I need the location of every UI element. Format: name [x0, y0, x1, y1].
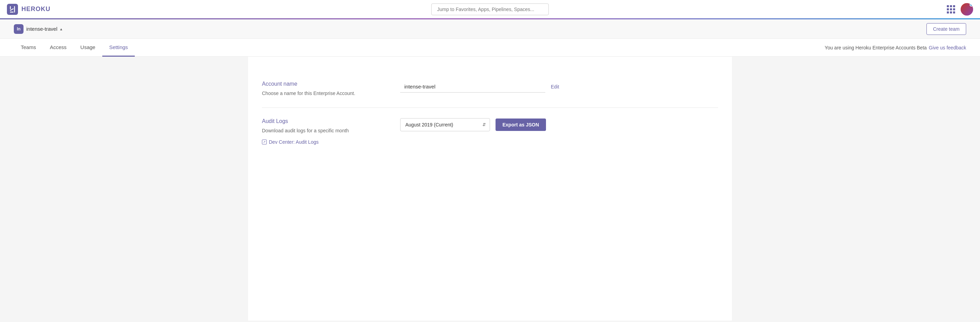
navbar-right: [947, 3, 973, 16]
notification-badge: [970, 3, 973, 6]
dev-center-link-label: Dev Center: Audit Logs: [269, 139, 318, 145]
tab-usage[interactable]: Usage: [73, 39, 102, 57]
account-name-section-title: Account name: [262, 81, 379, 87]
heroku-icon: [7, 4, 18, 15]
tab-access[interactable]: Access: [43, 39, 73, 57]
month-select-wrapper: August 2019 (Current) July 2019 June 201…: [400, 118, 490, 131]
account-selector[interactable]: In intense-travel ▴: [14, 24, 62, 34]
dev-center-link[interactable]: ↗ Dev Center: Audit Logs: [262, 139, 379, 145]
beta-notice-text: You are using Heroku Enterprise Accounts…: [825, 45, 927, 51]
account-name-input[interactable]: [400, 81, 545, 93]
subheader: In intense-travel ▴ Create team: [0, 19, 980, 39]
account-avatar-initials: In: [14, 24, 24, 34]
external-link-icon: ↗: [262, 140, 267, 144]
account-name-section-body: Edit: [379, 81, 718, 97]
section-label-account-name: Account name Choose a name for this Ente…: [262, 81, 379, 97]
beta-notice: You are using Heroku Enterprise Accounts…: [825, 45, 966, 51]
account-name-section: Account name Choose a name for this Ente…: [262, 70, 718, 108]
export-json-button[interactable]: Export as JSON: [496, 119, 546, 131]
edit-account-name-link[interactable]: Edit: [551, 84, 559, 89]
account-name-field-row: Edit: [400, 81, 718, 93]
tabs-nav: Teams Access Usage Settings: [14, 39, 135, 56]
apps-grid-icon[interactable]: [947, 5, 955, 13]
account-name-section-desc: Choose a name for this Enterprise Accoun…: [262, 90, 379, 97]
chevron-down-icon: ▴: [60, 27, 62, 32]
search-container: [431, 3, 549, 15]
account-name-label: intense-travel: [26, 26, 57, 32]
section-label-audit-logs: Audit Logs Download audit logs for a spe…: [262, 118, 379, 145]
audit-logs-section: Audit Logs Download audit logs for a spe…: [262, 108, 718, 155]
audit-logs-section-title: Audit Logs: [262, 118, 379, 124]
search-input[interactable]: [431, 3, 549, 15]
brand-name: HEROKU: [21, 6, 51, 13]
audit-logs-section-desc: Download audit logs for a specific month: [262, 127, 379, 135]
create-team-button[interactable]: Create team: [926, 23, 966, 35]
main-content: Account name Choose a name for this Ente…: [248, 57, 732, 320]
month-select[interactable]: August 2019 (Current) July 2019 June 201…: [400, 118, 490, 131]
audit-logs-section-body: August 2019 (Current) July 2019 June 201…: [379, 118, 718, 145]
tab-teams[interactable]: Teams: [14, 39, 43, 57]
user-avatar[interactable]: [961, 3, 973, 16]
navbar: HEROKU: [0, 0, 980, 19]
heroku-logo[interactable]: HEROKU: [7, 4, 51, 15]
tab-settings[interactable]: Settings: [102, 39, 135, 57]
feedback-link[interactable]: Give us feedback: [929, 45, 966, 51]
tabs-bar: Teams Access Usage Settings You are usin…: [0, 39, 980, 57]
